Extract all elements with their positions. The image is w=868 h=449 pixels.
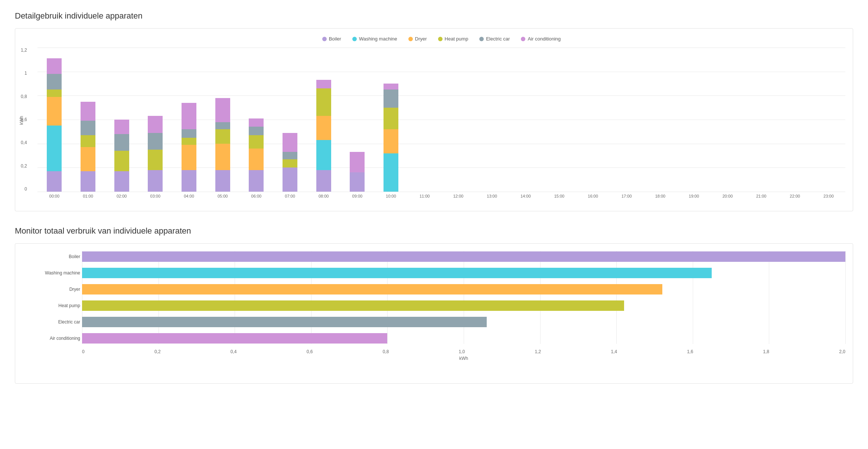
- bar-segment-dryer: [384, 129, 398, 153]
- bar-segment-heatpump: [81, 135, 95, 147]
- bar-chart-wrapper: kWh 1,210,80,60,40,20 00:0001:0002:0003:…: [37, 48, 845, 204]
- hbar-vertical-grid-line: [311, 251, 311, 344]
- hbar-chart-wrapper: BoilerWashing machineDryerHeat pumpElect…: [37, 251, 845, 376]
- y-tick: 0,6: [21, 117, 27, 122]
- x-label: 07:00: [273, 192, 307, 204]
- bar-stack: [215, 98, 230, 192]
- x-label: 22:00: [778, 192, 812, 204]
- bar-stack: [316, 80, 331, 192]
- bar-segment-boiler: [249, 170, 264, 192]
- bar-group: [307, 48, 340, 192]
- hbar-vertical-grid-line: [387, 251, 388, 344]
- x-axis-labels: 00:0001:0002:0003:0004:0005:0006:0007:00…: [37, 192, 845, 204]
- hbar-grid-bg: [82, 251, 845, 344]
- bar-segment-heatpump: [47, 90, 62, 97]
- bar-segment-ac: [114, 120, 129, 134]
- hbar-row-label: Washing machine: [37, 270, 80, 276]
- bar-segment-ecar: [148, 133, 163, 150]
- bar-chart-title: Detailgebruik individuele apparaten: [15, 11, 853, 21]
- bar-segment-heatpump: [215, 129, 230, 144]
- bar-segment-boiler: [114, 171, 129, 192]
- hbar-fill: [82, 300, 624, 311]
- hbar-vertical-grid-line: [464, 251, 464, 344]
- hbar-track: [82, 268, 845, 278]
- bar-segment-boiler: [47, 171, 62, 192]
- legend-label: Electric car: [486, 36, 510, 42]
- bar-segment-boiler: [215, 170, 230, 192]
- hbar-row: Dryer: [82, 284, 845, 295]
- hbar-row-label: Boiler: [37, 254, 80, 259]
- hbar-track: [82, 317, 845, 327]
- legend-item-air-conditioning: Air conditioning: [521, 36, 561, 42]
- legend-label: Washing machine: [359, 36, 397, 42]
- hbar-area: BoilerWashing machineDryerHeat pumpElect…: [82, 251, 845, 344]
- y-tick: 0: [25, 186, 27, 192]
- bar-group: [71, 48, 105, 192]
- bar-segment-ac: [316, 80, 331, 88]
- legend-dot: [438, 37, 443, 41]
- x-label: 16:00: [576, 192, 610, 204]
- x-label: 23:00: [812, 192, 845, 204]
- hbar-x-tick: 0: [82, 349, 85, 354]
- legend-dot: [521, 37, 525, 41]
- bar-segment-heatpump: [283, 159, 297, 168]
- x-label: 05:00: [206, 192, 239, 204]
- bar-segment-heatpump: [316, 88, 331, 116]
- bar-group: [509, 48, 542, 192]
- hbar-vertical-grid-line: [693, 251, 693, 344]
- y-axis-ticks: 1,210,80,60,40,20: [21, 48, 27, 192]
- bar-segment-boiler: [283, 167, 297, 192]
- legend-dot: [352, 37, 357, 41]
- bar-segment-washing: [316, 140, 331, 170]
- bar-group: [778, 48, 812, 192]
- bar-segment-ecar: [47, 74, 62, 90]
- bar-segment-ac: [215, 98, 230, 122]
- bar-segment-boiler: [81, 171, 95, 192]
- x-label: 21:00: [744, 192, 778, 204]
- legend-label: Dryer: [415, 36, 427, 42]
- bar-segment-ecar: [81, 121, 95, 135]
- hbar-x-tick: 2,0: [839, 349, 845, 354]
- x-label: 11:00: [408, 192, 441, 204]
- hbar-x-tick: 0,4: [231, 349, 237, 354]
- bar-segment-washing: [384, 153, 398, 192]
- hbar-vertical-grid-line: [540, 251, 541, 344]
- bar-group: [576, 48, 610, 192]
- bar-segment-ac: [283, 133, 297, 152]
- bar-stack: [81, 102, 95, 192]
- bar-group: [374, 48, 408, 192]
- hbar-x-axis: 00,20,40,60,81,01,21,41,61,82,0: [82, 349, 845, 354]
- bar-stack: [47, 58, 62, 192]
- hbar-vertical-grid-line: [845, 251, 846, 344]
- hbar-x-tick: 1,8: [763, 349, 769, 354]
- bar-group: [542, 48, 576, 192]
- x-label: 19:00: [677, 192, 711, 204]
- x-label: 09:00: [340, 192, 374, 204]
- legend-item-dryer: Dryer: [408, 36, 427, 42]
- hbar-row-label: Electric car: [37, 319, 80, 325]
- bar-chart-inner: kWh 1,210,80,60,40,20 00:0001:0002:0003:…: [37, 48, 845, 204]
- legend-item-heat-pump: Heat pump: [438, 36, 469, 42]
- bar-segment-dryer: [215, 144, 230, 170]
- hbar-track: [82, 284, 845, 295]
- bar-group: [610, 48, 643, 192]
- hbar-fill: [82, 268, 712, 278]
- bar-group: [206, 48, 239, 192]
- hbar-x-axis-title: kWh: [82, 356, 845, 361]
- bar-segment-boiler: [182, 170, 196, 192]
- bar-segment-heatpump: [182, 138, 196, 145]
- bar-segment-ac: [47, 58, 62, 74]
- bar-segment-ecar: [283, 152, 297, 159]
- x-label: 00:00: [37, 192, 71, 204]
- x-label: 15:00: [542, 192, 576, 204]
- x-label: 02:00: [105, 192, 138, 204]
- bar-group: [105, 48, 138, 192]
- bar-stack: [148, 116, 163, 192]
- bar-stack: [182, 103, 196, 192]
- x-label: 10:00: [374, 192, 408, 204]
- bar-group: [475, 48, 509, 192]
- bar-segment-dryer: [81, 147, 95, 171]
- bar-segment-heatpump: [114, 151, 129, 171]
- bar-group: [643, 48, 677, 192]
- x-label: 03:00: [138, 192, 172, 204]
